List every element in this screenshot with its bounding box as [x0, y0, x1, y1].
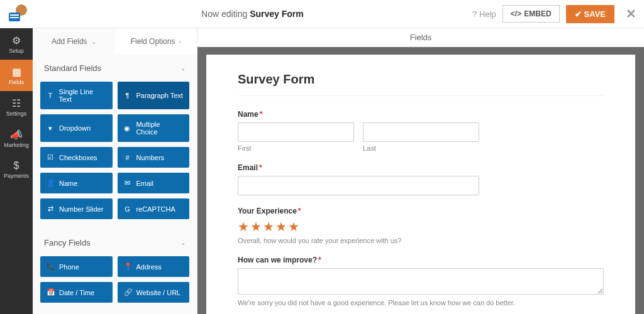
dropdown-icon: ▾ — [47, 124, 54, 133]
group-fancy-fields[interactable]: Fancy Fields⌄ — [33, 229, 197, 256]
field-paragraph-text[interactable]: ¶Paragraph Text — [118, 82, 190, 109]
experience-desc: Overall, how would you rate your experie… — [238, 237, 604, 244]
preview-tab-label: Fields — [197, 28, 644, 47]
field-sidebar: Add Fields⌄ Field Options› Standard Fiel… — [33, 28, 197, 314]
link-icon: 🔗 — [124, 288, 131, 296]
nav-settings[interactable]: ☷Settings — [0, 91, 33, 122]
experience-label: Your Experience* — [238, 207, 604, 215]
field-phone[interactable]: 📞Phone — [40, 256, 113, 277]
rating-stars[interactable]: ★ ★ ★ ★ ★ — [238, 219, 604, 234]
chevron-down-icon: ⌄ — [180, 65, 186, 72]
close-icon[interactable]: ✕ — [626, 6, 636, 21]
email-input[interactable] — [238, 176, 479, 195]
field-website-url[interactable]: 🔗Website / URL — [118, 282, 190, 303]
email-label: Email* — [238, 163, 604, 172]
svg-rect-2 — [10, 14, 19, 16]
field-date-time[interactable]: 📅Date / Time — [40, 282, 113, 303]
group-standard-fields[interactable]: Standard Fields⌄ — [33, 55, 197, 82]
text-icon: T — [47, 92, 54, 99]
hash-icon: # — [124, 154, 131, 161]
field-name-block[interactable]: Name* First Last — [238, 110, 604, 152]
paragraph-icon: ¶ — [124, 92, 131, 99]
radio-icon: ◉ — [124, 124, 131, 133]
chevron-right-icon: › — [179, 38, 180, 45]
field-dropdown[interactable]: ▾Dropdown — [40, 114, 113, 142]
sliders-icon: ☷ — [12, 97, 21, 109]
user-icon: 👤 — [47, 179, 54, 187]
field-name[interactable]: 👤Name — [40, 173, 113, 193]
chevron-down-icon: ⌄ — [91, 38, 96, 45]
dollar-icon: $ — [14, 160, 19, 171]
form-canvas: Survey Form Name* First Last Email* Your… — [206, 55, 635, 314]
nav-marketing[interactable]: 📣Marketing — [0, 122, 33, 154]
app-logo — [8, 4, 28, 24]
help-link[interactable]: ?Help — [472, 9, 496, 19]
field-single-line-text[interactable]: TSingle Line Text — [40, 82, 113, 109]
improve-label: How can we improve?* — [238, 256, 604, 264]
field-improve-block[interactable]: How can we improve?* We're sorry you did… — [238, 256, 604, 306]
form-icon: ▦ — [12, 66, 21, 78]
nav-setup[interactable]: ⚙Setup — [0, 28, 33, 60]
tab-field-options[interactable]: Field Options› — [115, 28, 197, 55]
embed-button[interactable]: </>EMBED — [502, 5, 560, 23]
nav-payments[interactable]: $Payments — [0, 154, 33, 185]
star-icon[interactable]: ★ — [263, 219, 274, 234]
form-title: Survey Form — [238, 72, 604, 87]
chevron-down-icon: ⌄ — [180, 239, 186, 246]
star-icon[interactable]: ★ — [238, 219, 249, 234]
field-numbers[interactable]: #Numbers — [118, 147, 190, 168]
pin-icon: 📍 — [124, 263, 131, 271]
first-name-input[interactable] — [238, 122, 354, 142]
nav-fields[interactable]: ▦Fields — [0, 60, 33, 91]
star-icon[interactable]: ★ — [275, 219, 287, 234]
help-icon: ? — [472, 9, 477, 19]
envelope-icon: ✉ — [124, 179, 131, 187]
field-experience-block[interactable]: Your Experience* ★ ★ ★ ★ ★ Overall, how … — [238, 207, 604, 244]
calendar-icon: 📅 — [47, 288, 54, 296]
phone-icon: 📞 — [47, 263, 54, 271]
tab-add-fields[interactable]: Add Fields⌄ — [33, 28, 115, 55]
star-icon[interactable]: ★ — [288, 219, 299, 234]
field-email-block[interactable]: Email* — [238, 163, 604, 195]
svg-rect-3 — [10, 17, 19, 18]
recaptcha-icon: G — [124, 205, 131, 213]
field-multiple-choice[interactable]: ◉Multiple Choice — [118, 114, 190, 142]
gear-icon: ⚙ — [12, 35, 21, 46]
last-sublabel: Last — [363, 144, 479, 152]
divider — [238, 95, 604, 96]
code-icon: </> — [511, 9, 521, 18]
field-number-slider[interactable]: ⇄Number Slider — [40, 198, 113, 219]
header-title: Now editing Survey Form — [33, 9, 472, 19]
improve-textarea[interactable] — [238, 268, 604, 295]
field-address[interactable]: 📍Address — [118, 256, 190, 277]
bullhorn-icon: 📣 — [10, 129, 23, 141]
slider-icon: ⇄ — [47, 205, 54, 213]
field-checkboxes[interactable]: ☑Checkboxes — [40, 147, 113, 168]
name-label: Name* — [238, 110, 604, 119]
left-nav: ⚙Setup ▦Fields ☷Settings 📣Marketing $Pay… — [0, 28, 33, 314]
check-icon: ✔ — [575, 9, 582, 19]
star-icon[interactable]: ★ — [250, 219, 262, 234]
save-button[interactable]: ✔SAVE — [566, 5, 614, 23]
first-sublabel: First — [238, 144, 354, 152]
field-recaptcha[interactable]: GreCAPTCHA — [118, 198, 190, 219]
last-name-input[interactable] — [363, 122, 479, 142]
field-email[interactable]: ✉Email — [118, 173, 190, 193]
checkbox-icon: ☑ — [47, 153, 54, 161]
improve-desc: We're sorry you did not have a good expe… — [238, 299, 604, 306]
